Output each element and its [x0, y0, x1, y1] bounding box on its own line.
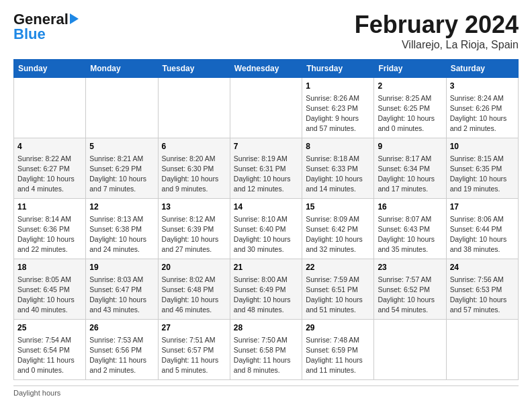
day-number: 7: [234, 141, 298, 152]
calendar-cell: 23Sunrise: 7:57 AM Sunset: 6:52 PM Dayli…: [374, 259, 446, 320]
day-number: 5: [89, 141, 154, 152]
calendar-cell: 10Sunrise: 8:15 AM Sunset: 6:35 PM Dayli…: [446, 138, 518, 199]
day-number: 27: [162, 322, 226, 334]
calendar-cell: [14, 78, 86, 138]
logo-blue: Blue: [13, 26, 46, 43]
day-number: 13: [162, 201, 226, 213]
calendar-cell: 8Sunrise: 8:18 AM Sunset: 6:33 PM Daylig…: [302, 138, 374, 199]
calendar-week-row: 11Sunrise: 8:14 AM Sunset: 6:36 PM Dayli…: [14, 199, 519, 259]
day-number: 11: [17, 201, 82, 213]
day-number: 6: [162, 141, 226, 152]
day-info: Sunrise: 8:00 AM Sunset: 6:49 PM Dayligh…: [234, 275, 298, 316]
calendar-cell: [86, 78, 158, 138]
calendar-cell: 26Sunrise: 7:53 AM Sunset: 6:56 PM Dayli…: [86, 320, 158, 380]
calendar-week-row: 1Sunrise: 8:26 AM Sunset: 6:23 PM Daylig…: [14, 78, 519, 138]
day-number: 15: [306, 201, 370, 213]
day-info: Sunrise: 8:20 AM Sunset: 6:30 PM Dayligh…: [162, 154, 226, 195]
day-info: Sunrise: 8:14 AM Sunset: 6:36 PM Dayligh…: [17, 214, 82, 255]
calendar-cell: [158, 78, 230, 138]
calendar-cell: [446, 320, 518, 380]
day-number: 20: [162, 262, 226, 273]
calendar-cell: 3Sunrise: 8:24 AM Sunset: 6:26 PM Daylig…: [446, 78, 518, 138]
calendar-cell: 20Sunrise: 8:02 AM Sunset: 6:48 PM Dayli…: [158, 259, 230, 320]
day-info: Sunrise: 8:22 AM Sunset: 6:27 PM Dayligh…: [17, 154, 82, 195]
day-info: Sunrise: 8:12 AM Sunset: 6:39 PM Dayligh…: [162, 214, 226, 255]
day-info: Sunrise: 8:10 AM Sunset: 6:40 PM Dayligh…: [234, 214, 298, 255]
day-number: 23: [378, 262, 442, 273]
day-info: Sunrise: 8:03 AM Sunset: 6:47 PM Dayligh…: [89, 275, 154, 316]
calendar-cell: 1Sunrise: 8:26 AM Sunset: 6:23 PM Daylig…: [302, 78, 374, 138]
calendar-cell: [374, 320, 446, 380]
day-info: Sunrise: 8:18 AM Sunset: 6:33 PM Dayligh…: [306, 154, 370, 195]
day-info: Sunrise: 8:19 AM Sunset: 6:31 PM Dayligh…: [234, 154, 298, 195]
calendar-cell: 2Sunrise: 8:25 AM Sunset: 6:25 PM Daylig…: [374, 78, 446, 138]
calendar-cell: 17Sunrise: 8:06 AM Sunset: 6:44 PM Dayli…: [446, 199, 518, 259]
day-number: 29: [306, 322, 370, 334]
day-info: Sunrise: 8:06 AM Sunset: 6:44 PM Dayligh…: [450, 214, 515, 255]
day-info: Sunrise: 7:53 AM Sunset: 6:56 PM Dayligh…: [89, 335, 154, 376]
day-number: 25: [17, 322, 82, 334]
day-info: Sunrise: 7:50 AM Sunset: 6:58 PM Dayligh…: [234, 335, 298, 376]
page-title: February 2024: [355, 11, 519, 39]
calendar-cell: [230, 78, 302, 138]
day-info: Sunrise: 8:15 AM Sunset: 6:35 PM Dayligh…: [450, 154, 515, 195]
calendar-day-header: Sunday: [14, 60, 86, 78]
day-number: 2: [378, 81, 442, 92]
calendar-cell: 22Sunrise: 7:59 AM Sunset: 6:51 PM Dayli…: [302, 259, 374, 320]
calendar-header-row: SundayMondayTuesdayWednesdayThursdayFrid…: [14, 60, 519, 78]
day-info: Sunrise: 8:26 AM Sunset: 6:23 PM Dayligh…: [306, 93, 370, 134]
calendar-week-row: 25Sunrise: 7:54 AM Sunset: 6:54 PM Dayli…: [14, 320, 519, 380]
calendar-cell: 9Sunrise: 8:17 AM Sunset: 6:34 PM Daylig…: [374, 138, 446, 199]
calendar-day-header: Friday: [374, 60, 446, 78]
page-subtitle: Villarejo, La Rioja, Spain: [355, 39, 519, 51]
day-info: Sunrise: 8:24 AM Sunset: 6:26 PM Dayligh…: [450, 93, 515, 134]
logo: General Blue: [13, 11, 79, 43]
day-info: Sunrise: 8:25 AM Sunset: 6:25 PM Dayligh…: [378, 93, 442, 134]
day-number: 28: [234, 322, 298, 334]
day-info: Sunrise: 8:13 AM Sunset: 6:38 PM Dayligh…: [89, 214, 154, 255]
day-info: Sunrise: 7:57 AM Sunset: 6:52 PM Dayligh…: [378, 275, 442, 316]
calendar-cell: 12Sunrise: 8:13 AM Sunset: 6:38 PM Dayli…: [86, 199, 158, 259]
day-info: Sunrise: 7:54 AM Sunset: 6:54 PM Dayligh…: [17, 335, 82, 376]
calendar-day-header: Tuesday: [158, 60, 230, 78]
calendar-day-header: Saturday: [446, 60, 518, 78]
calendar-cell: 6Sunrise: 8:20 AM Sunset: 6:30 PM Daylig…: [158, 138, 230, 199]
calendar-cell: 4Sunrise: 8:22 AM Sunset: 6:27 PM Daylig…: [14, 138, 86, 199]
day-number: 26: [89, 322, 154, 334]
day-number: 12: [89, 201, 154, 213]
calendar-cell: 15Sunrise: 8:09 AM Sunset: 6:42 PM Dayli…: [302, 199, 374, 259]
calendar-day-header: Thursday: [302, 60, 374, 78]
calendar-cell: 7Sunrise: 8:19 AM Sunset: 6:31 PM Daylig…: [230, 138, 302, 199]
calendar-cell: 5Sunrise: 8:21 AM Sunset: 6:29 PM Daylig…: [86, 138, 158, 199]
day-info: Sunrise: 7:56 AM Sunset: 6:53 PM Dayligh…: [450, 275, 515, 316]
day-number: 10: [450, 141, 515, 152]
calendar-day-header: Monday: [86, 60, 158, 78]
day-number: 22: [306, 262, 370, 273]
day-info: Sunrise: 8:02 AM Sunset: 6:48 PM Dayligh…: [162, 275, 226, 316]
calendar-cell: 14Sunrise: 8:10 AM Sunset: 6:40 PM Dayli…: [230, 199, 302, 259]
calendar-cell: 16Sunrise: 8:07 AM Sunset: 6:43 PM Dayli…: [374, 199, 446, 259]
day-number: 19: [89, 262, 154, 273]
calendar-table: SundayMondayTuesdayWednesdayThursdayFrid…: [13, 59, 519, 380]
logo-arrow-icon: [70, 13, 79, 24]
day-info: Sunrise: 8:05 AM Sunset: 6:45 PM Dayligh…: [17, 275, 82, 316]
day-number: 8: [306, 141, 370, 152]
day-number: 14: [234, 201, 298, 213]
day-number: 24: [450, 262, 515, 273]
day-number: 18: [17, 262, 82, 273]
day-number: 17: [450, 201, 515, 213]
day-info: Sunrise: 8:17 AM Sunset: 6:34 PM Dayligh…: [378, 154, 442, 195]
footer-note: Daylight hours: [13, 385, 519, 397]
calendar-cell: 21Sunrise: 8:00 AM Sunset: 6:49 PM Dayli…: [230, 259, 302, 320]
day-number: 1: [306, 81, 370, 92]
calendar-cell: 28Sunrise: 7:50 AM Sunset: 6:58 PM Dayli…: [230, 320, 302, 380]
day-info: Sunrise: 8:21 AM Sunset: 6:29 PM Dayligh…: [89, 154, 154, 195]
calendar-cell: 13Sunrise: 8:12 AM Sunset: 6:39 PM Dayli…: [158, 199, 230, 259]
calendar-cell: 18Sunrise: 8:05 AM Sunset: 6:45 PM Dayli…: [14, 259, 86, 320]
footer-text: Daylight hours: [13, 389, 60, 397]
calendar-cell: 24Sunrise: 7:56 AM Sunset: 6:53 PM Dayli…: [446, 259, 518, 320]
day-number: 4: [17, 141, 82, 152]
calendar-cell: 25Sunrise: 7:54 AM Sunset: 6:54 PM Dayli…: [14, 320, 86, 380]
day-info: Sunrise: 7:59 AM Sunset: 6:51 PM Dayligh…: [306, 275, 370, 316]
calendar-week-row: 4Sunrise: 8:22 AM Sunset: 6:27 PM Daylig…: [14, 138, 519, 199]
